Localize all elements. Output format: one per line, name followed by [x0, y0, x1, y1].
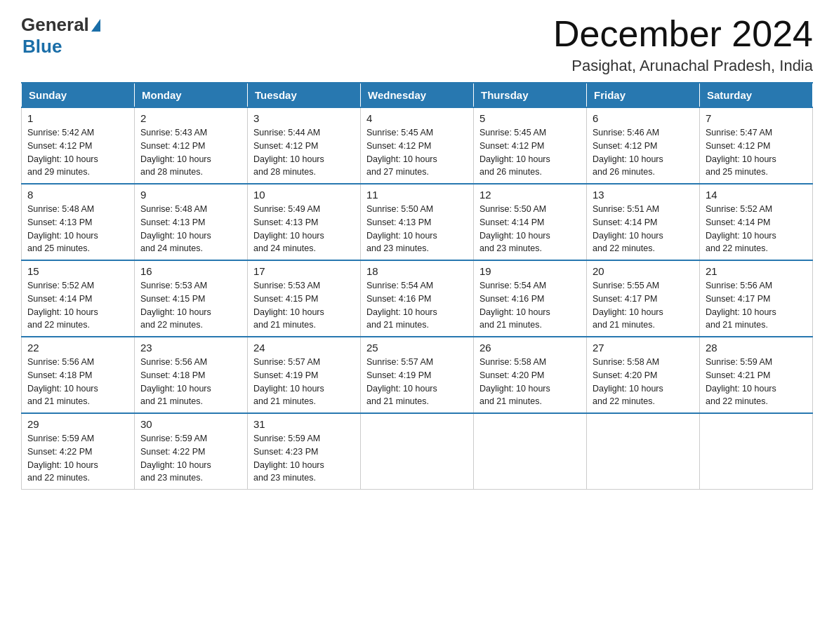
day-info: Sunrise: 5:57 AM Sunset: 4:19 PM Dayligh… — [366, 356, 468, 408]
calendar-header-tuesday: Tuesday — [248, 83, 361, 107]
calendar-table: SundayMondayTuesdayWednesdayThursdayFrid… — [21, 82, 813, 490]
title-area: December 2024 Pasighat, Arunachal Prades… — [553, 14, 813, 75]
calendar-cell: 1 Sunrise: 5:42 AM Sunset: 4:12 PM Dayli… — [22, 107, 135, 184]
day-info: Sunrise: 5:46 AM Sunset: 4:12 PM Dayligh… — [593, 126, 694, 179]
calendar-cell — [474, 413, 587, 490]
day-info: Sunrise: 5:50 AM Sunset: 4:14 PM Dayligh… — [479, 203, 581, 255]
day-number: 4 — [366, 112, 468, 124]
day-number: 7 — [706, 112, 807, 124]
day-number: 26 — [479, 342, 581, 354]
day-info: Sunrise: 5:59 AM Sunset: 4:22 PM Dayligh… — [27, 432, 128, 485]
day-info: Sunrise: 5:59 AM Sunset: 4:23 PM Dayligh… — [253, 432, 355, 485]
day-number: 11 — [366, 189, 468, 201]
day-number: 16 — [140, 265, 241, 277]
calendar-cell: 8 Sunrise: 5:48 AM Sunset: 4:13 PM Dayli… — [22, 184, 135, 260]
calendar-cell: 13 Sunrise: 5:51 AM Sunset: 4:14 PM Dayl… — [587, 184, 700, 260]
day-number: 20 — [593, 265, 694, 277]
day-info: Sunrise: 5:48 AM Sunset: 4:13 PM Dayligh… — [27, 203, 128, 255]
day-info: Sunrise: 5:54 AM Sunset: 4:16 PM Dayligh… — [366, 279, 468, 332]
calendar-week-row: 8 Sunrise: 5:48 AM Sunset: 4:13 PM Dayli… — [22, 184, 813, 260]
calendar-cell: 23 Sunrise: 5:56 AM Sunset: 4:18 PM Dayl… — [135, 337, 248, 413]
day-number: 13 — [593, 189, 694, 201]
calendar-cell: 15 Sunrise: 5:52 AM Sunset: 4:14 PM Dayl… — [22, 260, 135, 337]
day-info: Sunrise: 5:50 AM Sunset: 4:13 PM Dayligh… — [366, 203, 468, 255]
calendar-header-row: SundayMondayTuesdayWednesdayThursdayFrid… — [22, 83, 813, 107]
day-info: Sunrise: 5:56 AM Sunset: 4:17 PM Dayligh… — [706, 279, 807, 332]
day-info: Sunrise: 5:56 AM Sunset: 4:18 PM Dayligh… — [140, 356, 241, 408]
calendar-header-sunday: Sunday — [22, 83, 135, 107]
day-info: Sunrise: 5:55 AM Sunset: 4:17 PM Dayligh… — [593, 279, 694, 332]
calendar-cell: 17 Sunrise: 5:53 AM Sunset: 4:15 PM Dayl… — [248, 260, 361, 337]
day-info: Sunrise: 5:53 AM Sunset: 4:15 PM Dayligh… — [140, 279, 241, 332]
calendar-cell: 30 Sunrise: 5:59 AM Sunset: 4:22 PM Dayl… — [135, 413, 248, 490]
day-number: 24 — [253, 342, 355, 354]
calendar-cell: 27 Sunrise: 5:58 AM Sunset: 4:20 PM Dayl… — [587, 337, 700, 413]
day-info: Sunrise: 5:45 AM Sunset: 4:12 PM Dayligh… — [479, 126, 581, 179]
day-info: Sunrise: 5:42 AM Sunset: 4:12 PM Dayligh… — [27, 126, 128, 179]
day-number: 6 — [593, 112, 694, 124]
calendar-cell: 25 Sunrise: 5:57 AM Sunset: 4:19 PM Dayl… — [361, 337, 474, 413]
calendar-cell — [361, 413, 474, 490]
day-info: Sunrise: 5:51 AM Sunset: 4:14 PM Dayligh… — [593, 203, 694, 255]
day-number: 5 — [479, 112, 581, 124]
header: General Blue December 2024 Pasighat, Aru… — [21, 14, 813, 75]
day-info: Sunrise: 5:58 AM Sunset: 4:20 PM Dayligh… — [593, 356, 694, 408]
day-number: 29 — [27, 418, 128, 430]
calendar-cell: 11 Sunrise: 5:50 AM Sunset: 4:13 PM Dayl… — [361, 184, 474, 260]
day-number: 12 — [479, 189, 581, 201]
day-number: 9 — [140, 189, 241, 201]
calendar-cell: 26 Sunrise: 5:58 AM Sunset: 4:20 PM Dayl… — [474, 337, 587, 413]
logo-general-text: General — [21, 14, 89, 36]
calendar-week-row: 1 Sunrise: 5:42 AM Sunset: 4:12 PM Dayli… — [22, 107, 813, 184]
day-number: 8 — [27, 189, 128, 201]
day-number: 22 — [27, 342, 128, 354]
calendar-cell: 16 Sunrise: 5:53 AM Sunset: 4:15 PM Dayl… — [135, 260, 248, 337]
calendar-cell: 29 Sunrise: 5:59 AM Sunset: 4:22 PM Dayl… — [22, 413, 135, 490]
calendar-header-saturday: Saturday — [700, 83, 813, 107]
location-subtitle: Pasighat, Arunachal Pradesh, India — [553, 57, 813, 75]
day-info: Sunrise: 5:54 AM Sunset: 4:16 PM Dayligh… — [479, 279, 581, 332]
day-number: 21 — [706, 265, 807, 277]
day-number: 31 — [253, 418, 355, 430]
day-info: Sunrise: 5:47 AM Sunset: 4:12 PM Dayligh… — [706, 126, 807, 179]
day-info: Sunrise: 5:49 AM Sunset: 4:13 PM Dayligh… — [253, 203, 355, 255]
day-number: 18 — [366, 265, 468, 277]
day-info: Sunrise: 5:56 AM Sunset: 4:18 PM Dayligh… — [27, 356, 128, 408]
calendar-cell: 24 Sunrise: 5:57 AM Sunset: 4:19 PM Dayl… — [248, 337, 361, 413]
calendar-cell: 28 Sunrise: 5:59 AM Sunset: 4:21 PM Dayl… — [700, 337, 813, 413]
day-number: 1 — [27, 112, 128, 124]
calendar-cell — [587, 413, 700, 490]
calendar-header-thursday: Thursday — [474, 83, 587, 107]
calendar-week-row: 15 Sunrise: 5:52 AM Sunset: 4:14 PM Dayl… — [22, 260, 813, 337]
calendar-cell: 5 Sunrise: 5:45 AM Sunset: 4:12 PM Dayli… — [474, 107, 587, 184]
day-info: Sunrise: 5:43 AM Sunset: 4:12 PM Dayligh… — [140, 126, 241, 179]
day-number: 25 — [366, 342, 468, 354]
day-number: 17 — [253, 265, 355, 277]
day-number: 2 — [140, 112, 241, 124]
day-number: 27 — [593, 342, 694, 354]
day-info: Sunrise: 5:52 AM Sunset: 4:14 PM Dayligh… — [27, 279, 128, 332]
day-info: Sunrise: 5:53 AM Sunset: 4:15 PM Dayligh… — [253, 279, 355, 332]
calendar-cell: 4 Sunrise: 5:45 AM Sunset: 4:12 PM Dayli… — [361, 107, 474, 184]
calendar-cell: 9 Sunrise: 5:48 AM Sunset: 4:13 PM Dayli… — [135, 184, 248, 260]
calendar-week-row: 29 Sunrise: 5:59 AM Sunset: 4:22 PM Dayl… — [22, 413, 813, 490]
calendar-cell: 7 Sunrise: 5:47 AM Sunset: 4:12 PM Dayli… — [700, 107, 813, 184]
calendar-cell: 21 Sunrise: 5:56 AM Sunset: 4:17 PM Dayl… — [700, 260, 813, 337]
day-info: Sunrise: 5:48 AM Sunset: 4:13 PM Dayligh… — [140, 203, 241, 255]
day-number: 15 — [27, 265, 128, 277]
day-info: Sunrise: 5:57 AM Sunset: 4:19 PM Dayligh… — [253, 356, 355, 408]
calendar-cell: 2 Sunrise: 5:43 AM Sunset: 4:12 PM Dayli… — [135, 107, 248, 184]
calendar-cell: 18 Sunrise: 5:54 AM Sunset: 4:16 PM Dayl… — [361, 260, 474, 337]
day-number: 3 — [253, 112, 355, 124]
calendar-cell: 19 Sunrise: 5:54 AM Sunset: 4:16 PM Dayl… — [474, 260, 587, 337]
logo: General Blue — [21, 14, 100, 58]
calendar-header-friday: Friday — [587, 83, 700, 107]
logo-triangle-icon — [91, 19, 100, 32]
day-number: 14 — [706, 189, 807, 201]
day-info: Sunrise: 5:52 AM Sunset: 4:14 PM Dayligh… — [706, 203, 807, 255]
day-number: 23 — [140, 342, 241, 354]
calendar-cell: 6 Sunrise: 5:46 AM Sunset: 4:12 PM Dayli… — [587, 107, 700, 184]
calendar-header-wednesday: Wednesday — [361, 83, 474, 107]
day-number: 30 — [140, 418, 241, 430]
day-info: Sunrise: 5:58 AM Sunset: 4:20 PM Dayligh… — [479, 356, 581, 408]
